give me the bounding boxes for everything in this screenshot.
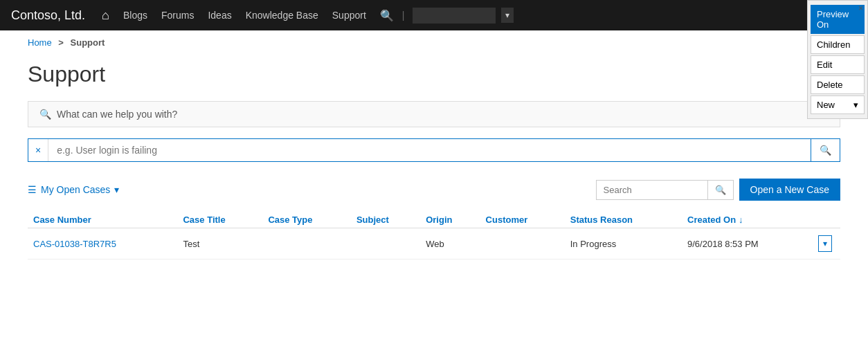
nav-dropdown-button[interactable]: ▾ xyxy=(501,8,514,23)
cases-area: ☰ My Open Cases ▾ 🔍 Open a New Case Case… xyxy=(28,179,840,260)
cell-case-number: CAS-01038-T8R7R5 xyxy=(28,228,177,260)
cases-table: Case Number Case Title Case Type Subject… xyxy=(28,209,840,260)
cases-search-button[interactable]: 🔍 xyxy=(707,181,733,199)
case-search-input[interactable] xyxy=(48,139,811,161)
cell-origin: Web xyxy=(420,228,480,260)
cell-row-dropdown: ▾ xyxy=(813,228,840,260)
nav-knowledge-base[interactable]: Knowledge Base xyxy=(246,10,318,21)
cases-table-header: Case Number Case Title Case Type Subject… xyxy=(28,209,840,228)
cases-search-input[interactable] xyxy=(597,181,707,199)
context-panel-close-button[interactable]: × xyxy=(856,2,866,15)
breadcrumb-home[interactable]: Home xyxy=(28,37,52,48)
cases-search-wrap: 🔍 xyxy=(596,180,734,200)
my-open-cases-button[interactable]: ☰ My Open Cases ▾ xyxy=(28,184,119,195)
row-dropdown-button[interactable]: ▾ xyxy=(818,235,832,252)
delete-button[interactable]: Delete xyxy=(811,75,865,94)
col-case-number[interactable]: Case Number xyxy=(28,209,177,228)
case-search-clear-button[interactable]: × xyxy=(28,139,48,161)
col-actions xyxy=(813,209,840,228)
brand: Contoso, Ltd. xyxy=(11,8,85,23)
nav-search-area: 🔍 | ▾ xyxy=(380,8,514,24)
col-subject[interactable]: Subject xyxy=(351,209,420,228)
context-panel: × Preview On Children Edit Delete New ▾ xyxy=(807,0,868,119)
help-search-placeholder: What can we help you with? xyxy=(57,109,177,120)
breadcrumb-current: Support xyxy=(71,37,105,48)
nav-blogs[interactable]: Blogs xyxy=(123,10,147,21)
breadcrumb: Home > Support xyxy=(0,30,868,55)
cell-status-reason: In Progress xyxy=(565,228,682,260)
col-case-type[interactable]: Case Type xyxy=(262,209,351,228)
cases-right-toolbar: 🔍 Open a New Case xyxy=(596,179,840,201)
nav-links: Blogs Forums Ideas Knowledge Base Suppor… xyxy=(123,10,366,21)
new-dropdown-icon: ▾ xyxy=(853,100,858,110)
col-customer[interactable]: Customer xyxy=(480,209,565,228)
sort-icon: ↓ xyxy=(739,215,743,225)
nav-ideas[interactable]: Ideas xyxy=(208,10,231,21)
nav-search-icon[interactable]: 🔍 xyxy=(380,9,394,22)
col-status-reason[interactable]: Status Reason xyxy=(565,209,682,228)
edit-button[interactable]: Edit xyxy=(811,55,865,74)
top-nav: Contoso, Ltd. ⌂ Blogs Forums Ideas Knowl… xyxy=(0,0,868,30)
nav-forums[interactable]: Forums xyxy=(161,10,194,21)
new-button[interactable]: New ▾ xyxy=(811,95,865,114)
case-number-link[interactable]: CAS-01038-T8R7R5 xyxy=(33,239,116,249)
open-new-case-button[interactable]: Open a New Case xyxy=(739,179,840,201)
table-row: CAS-01038-T8R7R5 Test Web In Progress 9/… xyxy=(28,228,840,260)
home-icon[interactable]: ⌂ xyxy=(102,8,109,23)
my-open-cases-dropdown-icon: ▾ xyxy=(114,184,119,195)
cell-created-on: 9/6/2018 8:53 PM xyxy=(682,228,813,260)
cell-case-type xyxy=(262,228,351,260)
case-search-bar: × 🔍 xyxy=(28,138,840,162)
my-open-cases-label: My Open Cases xyxy=(41,184,110,195)
children-button[interactable]: Children xyxy=(811,35,865,54)
help-search-area: 🔍 What can we help you with? xyxy=(28,101,840,127)
nav-search-input[interactable] xyxy=(413,8,496,24)
col-origin[interactable]: Origin xyxy=(420,209,480,228)
col-case-title[interactable]: Case Title xyxy=(177,209,262,228)
cell-customer xyxy=(480,228,565,260)
help-search-icon: 🔍 xyxy=(39,109,51,120)
cell-subject xyxy=(351,228,420,260)
breadcrumb-separator: > xyxy=(58,37,64,48)
cases-toolbar: ☰ My Open Cases ▾ 🔍 Open a New Case xyxy=(28,179,840,201)
cases-table-body: CAS-01038-T8R7R5 Test Web In Progress 9/… xyxy=(28,228,840,260)
page-title: Support xyxy=(0,55,868,101)
case-search-submit-button[interactable]: 🔍 xyxy=(811,139,840,161)
col-created-on[interactable]: Created On ↓ xyxy=(682,209,813,228)
nav-support[interactable]: Support xyxy=(332,10,366,21)
list-icon: ☰ xyxy=(28,184,37,195)
cell-case-title: Test xyxy=(177,228,262,260)
